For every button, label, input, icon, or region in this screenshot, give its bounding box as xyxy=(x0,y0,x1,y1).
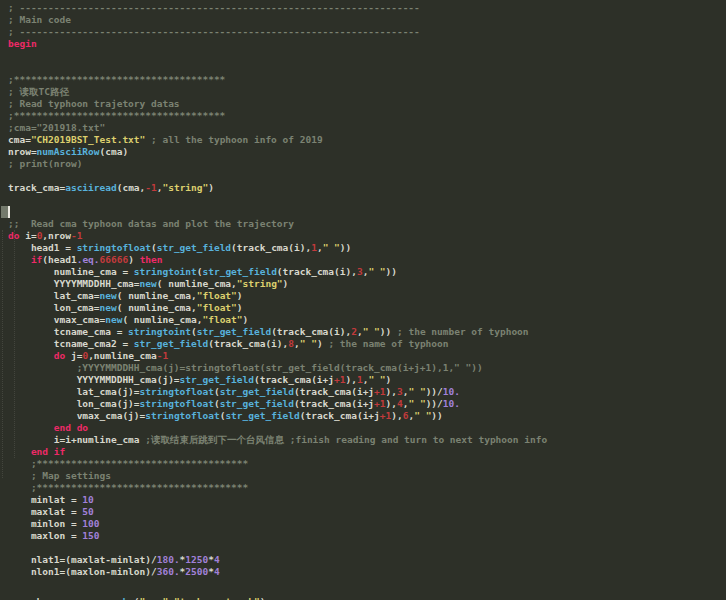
code-line: tcname_cma = stringtoint(str_get_field(t… xyxy=(8,326,726,338)
code-token: str_get_field xyxy=(220,398,294,409)
code-token: +1 xyxy=(374,398,385,409)
code-line: ;; Read cma typhoon datas and plot the t… xyxy=(8,218,726,230)
code-line: ;************************************* xyxy=(8,110,726,122)
code-token: ) xyxy=(208,182,214,193)
code-token: ;************************************* xyxy=(8,458,248,469)
code-token: vmax_cma(j)= xyxy=(8,410,145,421)
code-token: " " xyxy=(363,326,380,337)
code-token: 50 xyxy=(82,506,93,517)
code-token: 4 xyxy=(214,566,220,577)
code-token: ) xyxy=(260,596,266,600)
code-token: i= xyxy=(19,230,36,241)
code-token: ), xyxy=(386,398,397,409)
code-token: ) xyxy=(243,314,249,325)
code-token: ;cma="201918.txt" xyxy=(8,122,105,133)
code-token: ;YYYYMMDDHH_cma(j)=stringtofloat(str_get… xyxy=(8,362,483,373)
code-token: new xyxy=(140,278,157,289)
code-token: stringtoint xyxy=(134,266,197,277)
code-token: stringtofloat xyxy=(140,386,214,397)
text-cursor xyxy=(8,206,10,218)
code-token: "float" xyxy=(202,314,242,325)
code-token: str_get_field xyxy=(180,374,254,385)
code-token: " " xyxy=(323,242,340,253)
code-line: ; Main code xyxy=(8,14,726,26)
code-token: 4 xyxy=(214,554,220,565)
code-token: )) xyxy=(431,410,442,421)
code-line xyxy=(8,206,726,218)
code-line xyxy=(8,50,726,62)
code-token: ) xyxy=(283,278,289,289)
code-token: asciiread xyxy=(65,182,116,193)
code-token: do xyxy=(54,350,65,361)
code-line xyxy=(8,170,726,182)
code-token xyxy=(8,350,54,361)
code-token: 100 xyxy=(82,518,99,529)
code-token xyxy=(8,422,54,433)
code-line: lon_cma(j)=stringtofloat(str_get_field(t… xyxy=(8,398,726,410)
code-token: 66666 xyxy=(100,254,129,265)
code-line: do j=0,numline_cma-1 xyxy=(8,350,726,362)
code-token: i=i+numline_cma xyxy=(8,434,145,445)
code-token: ;************************************* xyxy=(8,110,225,121)
code-line: lat_cma=new( numline_cma,"float") xyxy=(8,290,726,302)
code-line: begin xyxy=(8,38,726,50)
code-token: ) xyxy=(237,290,243,301)
code-token: then xyxy=(140,254,163,265)
code-line: ; print(nrow) xyxy=(8,158,726,170)
code-token: numAsciiRow xyxy=(37,146,100,157)
code-line: maxlon = 150 xyxy=(8,530,726,542)
code-token: YYYYMMDDHH_cma(j)= xyxy=(8,374,180,385)
code-line: ; Map settings xyxy=(8,470,726,482)
code-token: str_get_field xyxy=(203,266,277,277)
code-token: minlat = xyxy=(8,494,82,505)
code-token: 1250 xyxy=(185,554,208,565)
code-line: vmax_cma(j)=stringtofloat(str_get_field(… xyxy=(8,410,726,422)
code-token: str_get_field xyxy=(134,338,208,349)
code-line: track_cma=asciiread(cma,-1,"string") xyxy=(8,182,726,194)
code-token: stringtoint xyxy=(128,326,191,337)
code-token: stringtofloat xyxy=(145,410,219,421)
code-token: ; --------------------------------------… xyxy=(8,26,420,37)
code-token: ;************************************* xyxy=(8,74,225,85)
code-token: do xyxy=(8,230,19,241)
code-line: ;************************************* xyxy=(8,74,726,86)
code-token: "CH2019BST_Test.txt" xyxy=(31,134,145,145)
code-token: )) xyxy=(340,242,351,253)
code-token: 180. xyxy=(157,554,180,565)
code-line: minlat = 10 xyxy=(8,494,726,506)
code-token: )) xyxy=(380,326,397,337)
code-token: )) xyxy=(386,266,397,277)
code-token: ;读取结束后跳到下一个台风信息 ;finish reading and turn… xyxy=(145,434,547,445)
code-token: 150 xyxy=(82,530,99,541)
code-token: ( numline_cma, xyxy=(157,278,237,289)
code-token: nlat1=(maxlat-minlat)/ xyxy=(8,554,157,565)
code-token: ; the name of typhoon xyxy=(328,338,448,349)
code-token: nrow= xyxy=(8,146,37,157)
code-line: ; --------------------------------------… xyxy=(8,26,726,38)
code-token: " " xyxy=(300,338,317,349)
code-token: "typhoon_track" xyxy=(174,596,260,600)
code-line: if(head1.eq.66666) then xyxy=(8,254,726,266)
code-line: vmax_cma=new( numline_cma,"float") xyxy=(8,314,726,326)
code-token: stringtofloat xyxy=(77,242,151,253)
code-token: str_get_field xyxy=(225,410,299,421)
code-editor[interactable]: ; --------------------------------------… xyxy=(0,0,726,600)
code-token: ( numline_cma, xyxy=(117,290,197,301)
code-token: ))/ xyxy=(426,398,443,409)
code-token: ) xyxy=(237,302,243,313)
code-token: tcname_cma = xyxy=(8,326,128,337)
code-token: tcname_cma2 = xyxy=(8,338,134,349)
code-text-area[interactable]: ; --------------------------------------… xyxy=(8,2,726,600)
code-token: +1 xyxy=(334,374,345,385)
code-token: (track_cma(i), xyxy=(271,326,351,337)
code-token: ), xyxy=(345,374,356,385)
code-line: ; 读取TC路径 xyxy=(8,86,726,98)
code-line: YYYYMMDDHH_cma=new( numline_cma,"string"… xyxy=(8,278,726,290)
code-token: maxlon = xyxy=(8,530,82,541)
code-token: lon_cma= xyxy=(8,302,100,313)
indent-guide xyxy=(2,230,3,478)
code-line xyxy=(8,542,726,554)
code-token xyxy=(8,254,31,265)
code-line: end do xyxy=(8,422,726,434)
code-token: gsn_open_wks xyxy=(65,596,134,600)
